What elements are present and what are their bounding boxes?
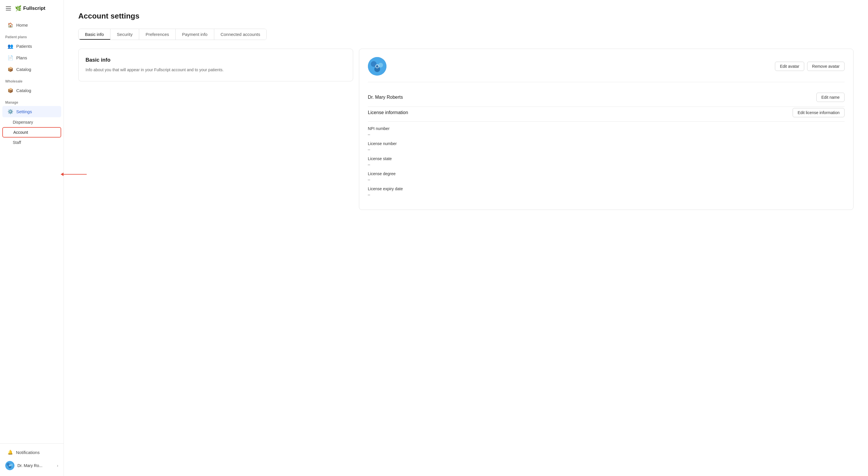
license-expiry-label: License expiry date xyxy=(368,186,844,191)
license-degree-value: – xyxy=(368,177,844,182)
bell-icon: 🔔 xyxy=(7,450,13,455)
license-number-value: – xyxy=(368,147,844,152)
sidebar-item-plans-label: Plans xyxy=(16,55,27,60)
name-row: Dr. Mary Roberts Edit name xyxy=(368,88,844,107)
patients-icon: 👥 xyxy=(7,43,13,49)
sidebar-sub-item-dispensary-label: Dispensary xyxy=(13,120,33,125)
user-profile-item[interactable]: Dr. Mary Ro... › xyxy=(0,458,63,473)
license-section-title: License information xyxy=(368,110,408,115)
section-manage: Manage xyxy=(0,96,63,106)
sidebar-notifications[interactable]: 🔔 Notifications xyxy=(2,447,61,458)
sidebar-item-catalog-label: Catalog xyxy=(16,67,31,72)
license-expiry-field: License expiry date – xyxy=(368,186,844,197)
user-name-label: Dr. Mary Ro... xyxy=(18,463,54,468)
section-patient-plans: Patient plans xyxy=(0,31,63,40)
sidebar-sub-item-dispensary[interactable]: Dispensary xyxy=(2,117,61,127)
content-grid: Basic info Info about you that will appe… xyxy=(78,48,854,210)
npi-label: NPI number xyxy=(368,126,844,131)
tab-security[interactable]: Security xyxy=(111,29,139,40)
tab-connected-accounts[interactable]: Connected accounts xyxy=(214,29,267,40)
logo-text: Fullscript xyxy=(23,5,45,11)
license-number-field: License number – xyxy=(368,141,844,152)
sidebar-item-patients[interactable]: 👥 Patients xyxy=(2,40,61,52)
sidebar-sub-item-account-label: Account xyxy=(13,130,28,135)
sidebar-bottom: 🔔 Notifications Dr. Mary Ro... › xyxy=(0,443,63,476)
license-degree-field: License degree – xyxy=(368,171,844,182)
license-degree-label: License degree xyxy=(368,171,844,176)
license-section: License information Edit license informa… xyxy=(368,107,844,197)
sidebar-item-wholesale-catalog[interactable]: 📦 Catalog xyxy=(2,85,61,96)
sidebar-item-wholesale-catalog-label: Catalog xyxy=(16,88,31,93)
user-name-display: Dr. Mary Roberts xyxy=(368,95,403,100)
user-avatar-small xyxy=(5,461,14,470)
basic-info-card: Basic info Info about you that will appe… xyxy=(78,48,353,81)
logo-area: 🌿 Fullscript xyxy=(15,5,45,11)
hamburger-menu[interactable] xyxy=(5,5,12,11)
tab-basic-info[interactable]: Basic info xyxy=(79,29,111,40)
license-state-value: – xyxy=(368,162,844,167)
license-expiry-value: – xyxy=(368,192,844,197)
edit-avatar-button[interactable]: Edit avatar xyxy=(775,62,804,71)
section-wholesale: Wholesale xyxy=(0,75,63,84)
tab-preferences[interactable]: Preferences xyxy=(139,29,176,40)
main-content: Account settings Basic info Security Pre… xyxy=(64,0,868,476)
sidebar-sub-item-staff-label: Staff xyxy=(13,140,21,145)
avatar-section: Edit avatar Remove avatar xyxy=(368,57,844,82)
sidebar-sub-item-account[interactable]: Account xyxy=(2,127,61,138)
wholesale-catalog-icon: 📦 xyxy=(7,88,13,93)
svg-point-4 xyxy=(9,465,11,467)
license-header: License information Edit license informa… xyxy=(368,108,844,122)
detail-card: Edit avatar Remove avatar Dr. Mary Rober… xyxy=(359,48,854,210)
tab-payment-info[interactable]: Payment info xyxy=(176,29,214,40)
basic-info-desc: Info about you that will appear in your … xyxy=(86,67,346,73)
sidebar-item-catalog[interactable]: 📦 Catalog xyxy=(2,64,61,75)
license-state-field: License state – xyxy=(368,156,844,167)
page-title: Account settings xyxy=(78,11,854,21)
tabs-bar: Basic info Security Preferences Payment … xyxy=(78,29,267,40)
edit-name-button[interactable]: Edit name xyxy=(816,93,844,102)
settings-icon: ⚙️ xyxy=(7,109,13,114)
avatar xyxy=(368,57,386,75)
sidebar-item-settings[interactable]: ⚙️ Settings xyxy=(2,106,61,117)
sidebar-item-patients-label: Patients xyxy=(16,44,32,48)
license-number-label: License number xyxy=(368,141,844,146)
notifications-label: Notifications xyxy=(16,450,40,455)
home-icon: 🏠 xyxy=(7,22,13,28)
sidebar-item-settings-label: Settings xyxy=(16,109,32,114)
avatar-buttons: Edit avatar Remove avatar xyxy=(775,62,844,71)
npi-value: – xyxy=(368,132,844,137)
remove-avatar-button[interactable]: Remove avatar xyxy=(807,62,844,71)
edit-license-button[interactable]: Edit license information xyxy=(793,108,844,117)
npi-field: NPI number – xyxy=(368,126,844,137)
sidebar-item-home-label: Home xyxy=(16,23,28,28)
plans-icon: 📄 xyxy=(7,55,13,61)
sidebar-sub-item-staff[interactable]: Staff xyxy=(2,138,61,147)
logo-icon: 🌿 xyxy=(15,5,22,11)
sidebar-nav: 🏠 Home Patient plans 👥 Patients 📄 Plans … xyxy=(0,16,63,443)
license-state-label: License state xyxy=(368,156,844,161)
sidebar-item-plans[interactable]: 📄 Plans xyxy=(2,52,61,63)
catalog-icon: 📦 xyxy=(7,67,13,72)
sidebar-item-home[interactable]: 🏠 Home xyxy=(2,20,61,31)
svg-point-10 xyxy=(376,65,378,67)
chevron-right-icon: › xyxy=(57,463,58,468)
sidebar: 🌿 Fullscript 🏠 Home Patient plans 👥 Pati… xyxy=(0,0,64,476)
basic-info-title: Basic info xyxy=(86,57,346,63)
sidebar-header: 🌿 Fullscript xyxy=(0,0,63,16)
